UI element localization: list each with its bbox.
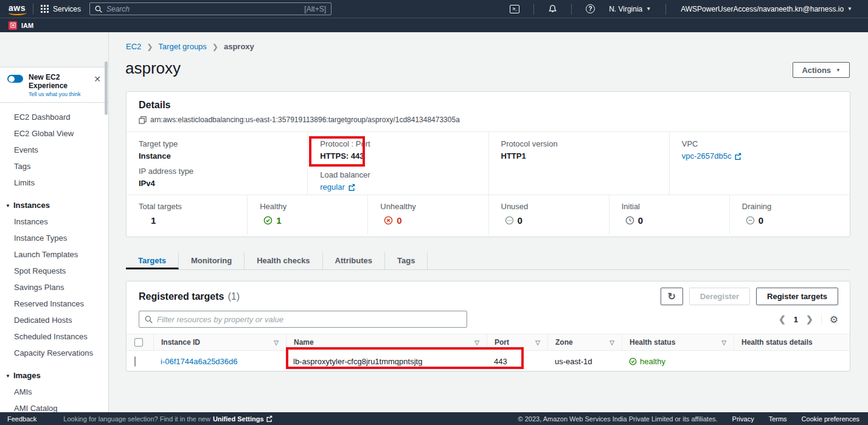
- search-input[interactable]: [106, 5, 300, 13]
- unused-value: 0: [518, 215, 523, 226]
- sidebar-item-capacity-reservations[interactable]: Capacity Reservations: [0, 345, 108, 361]
- previous-page-icon[interactable]: ❮: [779, 314, 786, 324]
- vpc-link[interactable]: vpc-2657db5c: [682, 151, 838, 161]
- sidebar-item-events[interactable]: Events: [0, 142, 108, 158]
- load-balancer-link[interactable]: regular: [320, 182, 476, 192]
- filter-input[interactable]: [157, 315, 461, 324]
- total-targets-value: 1: [151, 215, 156, 226]
- chevron-down-icon: ▼: [836, 67, 841, 73]
- filter-input-box[interactable]: [139, 311, 467, 328]
- aws-logo[interactable]: aws: [9, 3, 26, 15]
- sidebar-item-savings-plans[interactable]: Savings Plans: [0, 279, 108, 295]
- divider: [665, 4, 666, 15]
- chevron-down-icon: ▼: [5, 373, 10, 379]
- column-port: Port: [495, 338, 509, 347]
- load-balancer-label: Load balancer: [320, 170, 476, 179]
- target-group-arn: arn:aws:elasticloadbalancing:us-east-1:3…: [150, 116, 460, 124]
- sidebar-item-instances[interactable]: Instances: [0, 213, 108, 230]
- check-circle-icon: [629, 358, 637, 365]
- targets-table: Instance ID▽ Name▽ Port▽ Zone▽ Health st…: [127, 334, 850, 372]
- next-page-icon[interactable]: ❯: [806, 314, 813, 324]
- new-experience-toggle[interactable]: [7, 75, 23, 83]
- global-search[interactable]: [Alt+S]: [89, 2, 332, 15]
- initial-value: 0: [638, 215, 643, 226]
- region-label: N. Virginia: [609, 5, 642, 13]
- search-icon: [95, 5, 102, 13]
- tell-us-link[interactable]: Tell us what you think: [29, 91, 88, 97]
- cloudshell-button[interactable]: >_: [503, 5, 526, 13]
- unified-settings-link[interactable]: Unified Settings: [213, 415, 273, 423]
- sidebar-section-instances[interactable]: ▼Instances: [0, 196, 108, 213]
- refresh-icon: ↻: [668, 291, 676, 302]
- tab-monitoring[interactable]: Monitoring: [179, 252, 245, 269]
- services-menu-button[interactable]: Services: [41, 5, 81, 13]
- divider: [33, 4, 33, 15]
- clock-icon: [625, 216, 634, 225]
- sidebar-item-amis[interactable]: AMIs: [0, 384, 108, 400]
- sidebar-item-limits[interactable]: Limits: [0, 174, 108, 191]
- register-targets-button[interactable]: Register targets: [756, 288, 838, 305]
- breadcrumb-separator: ❯: [147, 43, 153, 51]
- copyright-text: © 2023, Amazon Web Services India Privat…: [518, 415, 718, 423]
- row-checkbox[interactable]: [134, 356, 136, 367]
- registered-targets-panel: Registered targets (1) ↻ Deregister Regi…: [126, 281, 850, 371]
- sidebar-item-spot-requests[interactable]: Spot Requests: [0, 263, 108, 279]
- sort-icon[interactable]: ▽: [721, 339, 726, 346]
- registered-targets-count: (1): [228, 291, 240, 302]
- sort-icon[interactable]: ▽: [274, 339, 279, 346]
- ellipsis-circle-icon: [505, 216, 514, 225]
- tab-attributes[interactable]: Attributes: [323, 252, 385, 269]
- minus-circle-icon: [746, 216, 755, 225]
- refresh-button[interactable]: ↻: [661, 288, 683, 305]
- tab-tags[interactable]: Tags: [385, 252, 428, 269]
- instance-id-link[interactable]: i-06f1744a6a25d36d6: [161, 357, 238, 366]
- terms-link[interactable]: Terms: [769, 415, 787, 423]
- breadcrumb-target-groups[interactable]: Target groups: [158, 42, 207, 51]
- target-name-cell: lb-asproxytyler-cfcg8jru1tmmqpntsjtg: [286, 357, 487, 366]
- select-all-checkbox[interactable]: [134, 338, 143, 347]
- language-selection-text: Looking for language selection? Find it …: [63, 415, 210, 423]
- draining-value: 0: [759, 215, 763, 226]
- sidebar-item-dedicated-hosts[interactable]: Dedicated Hosts: [0, 312, 108, 328]
- sidebar-item-instance-types[interactable]: Instance Types: [0, 230, 108, 246]
- sort-icon[interactable]: ▽: [609, 339, 614, 346]
- actions-button[interactable]: Actions▼: [793, 62, 850, 78]
- ip-address-type-value: IPv4: [139, 179, 295, 188]
- tab-targets[interactable]: Targets: [126, 252, 179, 269]
- sidebar-item-ec2-global-view[interactable]: EC2 Global View: [0, 125, 108, 142]
- privacy-link[interactable]: Privacy: [732, 415, 754, 423]
- region-selector[interactable]: N. Virginia ▼: [602, 5, 658, 13]
- sidebar-section-images[interactable]: ▼Images: [0, 367, 108, 384]
- favorite-iam-link[interactable]: IAM: [21, 22, 33, 29]
- breadcrumb-separator: ❯: [212, 43, 218, 51]
- sidebar-item-launch-templates[interactable]: Launch Templates: [0, 246, 108, 263]
- tab-health-checks[interactable]: Health checks: [245, 252, 322, 269]
- protocol-version-label: Protocol version: [501, 139, 657, 148]
- feedback-link[interactable]: Feedback: [7, 415, 36, 423]
- cookie-preferences-link[interactable]: Cookie preferences: [802, 415, 859, 423]
- current-page-number[interactable]: 1: [794, 315, 798, 324]
- sidebar-item-tags[interactable]: Tags: [0, 158, 108, 174]
- deregister-button[interactable]: Deregister: [689, 288, 750, 305]
- chevron-down-icon: ▼: [5, 203, 10, 209]
- sidebar-scrollbar[interactable]: [105, 61, 108, 115]
- search-shortcut-hint: [Alt+S]: [304, 5, 326, 13]
- target-type-value: Instance: [139, 151, 295, 161]
- breadcrumb-ec2[interactable]: EC2: [126, 42, 141, 51]
- sidebar-item-reserved-instances[interactable]: Reserved Instances: [0, 295, 108, 312]
- sort-icon[interactable]: ▽: [474, 339, 479, 346]
- table-settings-gear-icon[interactable]: ⚙: [830, 314, 838, 325]
- protocol-port-label: Protocol : Port: [320, 139, 476, 148]
- external-link-icon: [734, 153, 741, 160]
- close-icon[interactable]: ✕: [94, 73, 102, 84]
- check-circle-icon: [263, 216, 273, 225]
- unhealthy-value: 0: [397, 215, 401, 226]
- sidebar-item-ec2-dashboard[interactable]: EC2 Dashboard: [0, 109, 108, 125]
- notifications-button[interactable]: [541, 4, 564, 13]
- sidebar-item-scheduled-instances[interactable]: Scheduled Instances: [0, 328, 108, 345]
- sort-icon[interactable]: ▽: [535, 339, 540, 346]
- unhealthy-label: Unhealthy: [380, 202, 488, 211]
- help-button[interactable]: ?: [579, 4, 602, 13]
- account-menu[interactable]: AWSPowerUserAccess/navaneeth.kn@harness.…: [673, 5, 859, 13]
- copy-icon[interactable]: [139, 116, 147, 124]
